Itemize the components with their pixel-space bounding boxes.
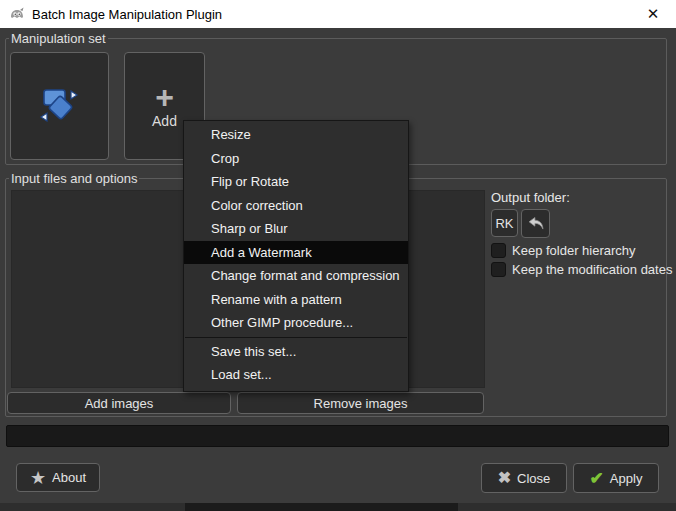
menu-item-add-a-watermark[interactable]: Add a Watermark: [184, 241, 408, 265]
apply-button[interactable]: ✔ Apply: [573, 463, 659, 493]
add-manipulation-context-menu: ResizeCropFlip or RotateColor correction…: [183, 120, 409, 392]
add-button-label: Add: [152, 113, 177, 129]
menu-item-rename-with-a-pattern[interactable]: Rename with a pattern: [184, 288, 408, 312]
window-close-button[interactable]: ✕: [630, 0, 676, 28]
keep-folder-hierarchy-checkbox[interactable]: [491, 243, 506, 258]
menu-item-crop[interactable]: Crop: [184, 147, 408, 171]
keep-modification-dates-checkbox[interactable]: [491, 262, 506, 277]
menu-item-flip-or-rotate[interactable]: Flip or Rotate: [184, 170, 408, 194]
context-menu-main-items: ResizeCropFlip or RotateColor correction…: [184, 123, 408, 335]
output-folder-button[interactable]: RK: [491, 209, 518, 237]
close-x-icon: ✖: [498, 470, 511, 486]
keep-folder-hierarchy-label: Keep folder hierarchy: [512, 243, 636, 258]
keep-modification-dates-label: Keep the modification dates: [512, 262, 672, 277]
progress-bar: [6, 425, 669, 447]
context-menu-footer-items: Save this set...Load set...: [184, 340, 408, 387]
menu-item-load-set[interactable]: Load set...: [184, 363, 408, 387]
undo-arrow-icon: [527, 216, 545, 232]
menu-item-save-this-set[interactable]: Save this set...: [184, 340, 408, 364]
menu-item-other-gimp-procedure[interactable]: Other GIMP procedure...: [184, 311, 408, 335]
add-images-label: Add images: [85, 396, 154, 411]
titlebar: Batch Image Manipulation Plugin ✕: [0, 0, 676, 28]
menu-item-color-correction[interactable]: Color correction: [184, 194, 408, 218]
remove-images-label: Remove images: [314, 396, 408, 411]
bimp-dialog-window: Batch Image Manipulation Plugin ✕ Manipu…: [0, 0, 676, 511]
apply-check-icon: ✔: [590, 470, 604, 487]
manipulation-set-legend: Manipulation set: [9, 31, 108, 46]
menu-item-sharp-or-blur[interactable]: Sharp or Blur: [184, 217, 408, 241]
keep-folder-hierarchy-row: Keep folder hierarchy: [491, 242, 636, 258]
input-files-legend: Input files and options: [9, 171, 139, 186]
remove-images-button[interactable]: Remove images: [237, 392, 484, 414]
reset-output-folder-button[interactable]: [521, 209, 550, 238]
keep-modification-dates-row: Keep the modification dates: [491, 261, 672, 277]
behind-window-dark-segment: [185, 503, 458, 511]
about-button[interactable]: ★ About: [16, 463, 100, 492]
apply-button-label: Apply: [610, 471, 643, 486]
gimp-wilber-icon: [9, 6, 25, 22]
about-button-label: About: [52, 470, 86, 485]
output-folder-button-label: RK: [495, 216, 513, 231]
output-folder-label: Output folder:: [491, 190, 570, 205]
menu-item-resize[interactable]: Resize: [184, 123, 408, 147]
menu-separator: [185, 337, 407, 338]
close-button[interactable]: ✖ Close: [481, 463, 567, 493]
window-close-icon: ✕: [647, 5, 660, 23]
behind-window-strip: [0, 503, 676, 511]
add-images-button[interactable]: Add images: [7, 392, 231, 414]
set-item-flip-rotate-button[interactable]: [10, 52, 109, 160]
star-icon: ★: [30, 469, 46, 487]
plus-icon: +: [155, 83, 174, 111]
menu-item-change-format-and-compression[interactable]: Change format and compression: [184, 264, 408, 288]
flip-rotate-icon: [34, 83, 86, 129]
close-button-label: Close: [517, 471, 550, 486]
window-title: Batch Image Manipulation Plugin: [32, 7, 222, 22]
